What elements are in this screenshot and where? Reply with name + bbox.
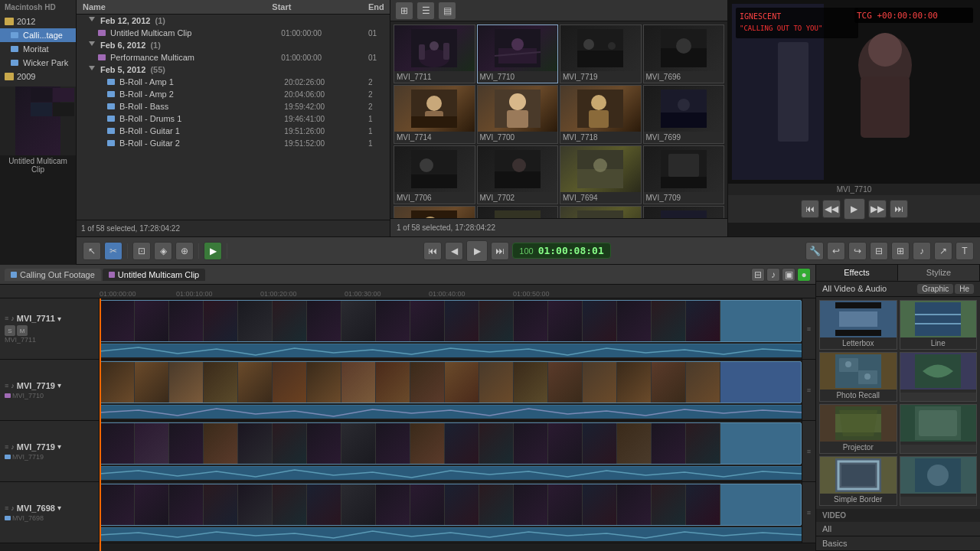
clip-thumb-7741[interactable]: MVI_7741 [643,206,725,218]
play-reverse-btn[interactable]: ◀◀ [822,200,841,218]
tab-calling[interactable]: Calling Out Footage [5,269,101,281]
tool-blade[interactable]: ◈ [154,242,172,260]
clip-broll-guitar1[interactable]: B-Roll - Guitar 1 19:51:26:00 1 [77,125,390,137]
clip-thumb-7699[interactable]: MVI_7699 [643,85,725,144]
tl-play-reverse[interactable]: ◀ [445,242,463,260]
tab-multicam[interactable]: Untitled Multicam Clip [103,269,205,281]
effect-photo-recall[interactable]: Photo Recall [819,352,897,402]
track-menu-3[interactable]: ≡ [807,448,811,455]
clip-strip-7719[interactable] [100,422,802,465]
clip-untitled-multicam[interactable]: Untitled Multicam Clip 01:00:00:00 01 [77,27,390,39]
effects-subtab-graphic[interactable]: Graphic [917,284,953,294]
track-label-7698: ≡ ♪ MVI_7698 ▾ MVI_7698 [0,482,100,543]
track-menu-2[interactable]: ≡ [807,386,811,394]
grid-view-btn[interactable]: ⊞ [395,2,413,20]
tool-audio[interactable]: ♪ [913,242,931,260]
tool-zoom[interactable]: ⊕ [175,242,194,260]
tab-icon-calling [11,272,17,278]
svg-text:TCG +00:00:00:00: TCG +00:00:00:00 [857,11,938,21]
tool-redo[interactable]: ↪ [848,242,867,260]
track-expand-1[interactable]: ▾ [57,315,61,323]
tool-arrow[interactable]: ▶ [204,242,222,260]
track-menu-1[interactable]: ≡ [807,325,811,333]
clip-thumb-7696[interactable]: MVI_7696 [643,24,725,83]
group-feb6[interactable]: Feb 6, 2012 (1) [77,39,390,51]
category-basics[interactable]: Basics [816,536,980,551]
clip-strip-7711[interactable] [100,300,802,342]
tl-audio-btn[interactable]: ♪ [766,268,780,282]
tl-settings-btn[interactable]: ⊟ [751,268,765,282]
event-icon-calliage [11,32,18,38]
clip-broll-guitar2[interactable]: B-Roll - Guitar 2 19:51:52:00 1 [77,137,390,149]
tool-undo[interactable]: ↩ [827,242,845,260]
track-expand-2[interactable]: ▾ [57,381,61,390]
effects-tab-stylize[interactable]: Stylize [898,265,980,281]
sidebar-item-calliage[interactable]: Calli...tage [0,28,76,42]
tool-view1[interactable]: ⊟ [870,242,888,260]
clip-thumb-7694[interactable]: MVI_7694 [560,145,642,204]
play-forward-btn[interactable]: ▶▶ [868,200,887,218]
filmstrip-view-btn[interactable]: ▤ [438,2,456,20]
effect-slot4[interactable] [900,352,978,402]
tool-wrench[interactable]: 🔧 [805,242,824,260]
sidebar-item-2009[interactable]: 2009 [0,70,76,83]
track-menu-4[interactable]: ≡ [807,509,811,517]
clip-thumb-7709[interactable]: MVI_7709 [643,145,725,204]
clip-end-guitar1: 1 [368,127,384,135]
group-feb5[interactable]: Feb 5, 2012 (55) [77,64,390,76]
go-end-btn[interactable]: ⏭ [890,200,908,218]
tool-position[interactable]: ⊡ [132,242,151,260]
clip-thumb-7714[interactable]: MVI_7714 [394,85,475,144]
effect-projector[interactable]: Projector [819,404,897,454]
sidebar-item-2012[interactable]: 2012 [0,15,76,28]
clip-thumb-7702[interactable]: MVI_7702 [477,145,559,204]
track-expand-4[interactable]: ▾ [57,504,61,512]
tool-view2[interactable]: ⊞ [891,242,910,260]
clip-thumb-7713[interactable]: MVI_7713 [394,206,475,218]
tool-select[interactable]: ↖ [83,242,101,260]
clip-thumb-7719[interactable]: MVI_7719 [560,24,642,83]
clip-thumb-7705[interactable]: MVI_7705 [477,206,559,218]
list-view-btn[interactable]: ☰ [416,2,435,20]
effect-slot6[interactable] [900,404,978,454]
clip-broll-drums1[interactable]: B-Roll - Drums 1 19:46:41:00 1 [77,112,390,125]
ff-3-12 [479,423,514,464]
track-mute-1[interactable]: M [17,325,28,336]
clip-thumb-7706[interactable]: MVI_7706 [394,145,475,204]
sidebar-item-wickerpark[interactable]: Wicker Park [0,56,76,70]
clip-broll-bass[interactable]: B-Roll - Bass 19:59:42:00 2 [77,100,390,112]
clip-thumb-7711[interactable]: MVI_7711 [394,24,475,83]
event-icon-moritat [11,46,18,52]
ff-4-6 [273,484,307,525]
category-all-video[interactable]: All [816,522,980,536]
track-expand-3[interactable]: ▾ [57,442,61,451]
clip-thumb-7700[interactable]: MVI_7700 [477,85,559,144]
clip-thumb-7718[interactable]: MVI_7718 [560,85,642,144]
effect-letterbox[interactable]: Letterbox [819,300,897,350]
effects-tab-effects[interactable]: Effects [816,265,898,281]
effect-simple-border[interactable]: Simple Border [819,456,897,506]
tool-text[interactable]: T [956,242,974,260]
tl-go-end[interactable]: ⏭ [491,242,509,260]
effect-line[interactable]: Line [900,300,978,350]
tl-active-btn[interactable]: ● [797,268,811,282]
clip-broll-amp2[interactable]: B-Roll - Amp 2 20:04:06:00 2 [77,88,390,100]
tool-share[interactable]: ↗ [934,242,952,260]
tl-video-btn[interactable]: ▣ [782,268,795,282]
clip-performance-multicam[interactable]: Performance Multicam 01:00:00:00 01 [77,51,390,64]
play-btn[interactable]: ▶ [844,198,865,220]
effects-subtab-he[interactable]: He [955,284,974,294]
clip-strip-7698[interactable] [100,484,802,526]
group-feb12[interactable]: Feb 12, 2012 (1) [77,15,390,27]
track-solo-1[interactable]: S [5,325,15,336]
effect-slot8[interactable] [900,456,978,506]
clip-strip-7710[interactable] [100,361,802,403]
clip-thumb-7715[interactable]: MVI_7715 [560,206,642,218]
tl-play[interactable]: ▶ [466,240,488,262]
tl-go-start[interactable]: ⏮ [423,242,442,260]
tool-trim[interactable]: ✂ [104,242,122,260]
sidebar-item-moritat[interactable]: Moritat [0,42,76,56]
go-start-btn[interactable]: ⏮ [801,200,819,218]
clip-thumb-7710[interactable]: MVI_7710 [477,24,559,83]
clip-broll-amp1[interactable]: B-Roll - Amp 1 20:02:26:00 2 [77,76,390,88]
